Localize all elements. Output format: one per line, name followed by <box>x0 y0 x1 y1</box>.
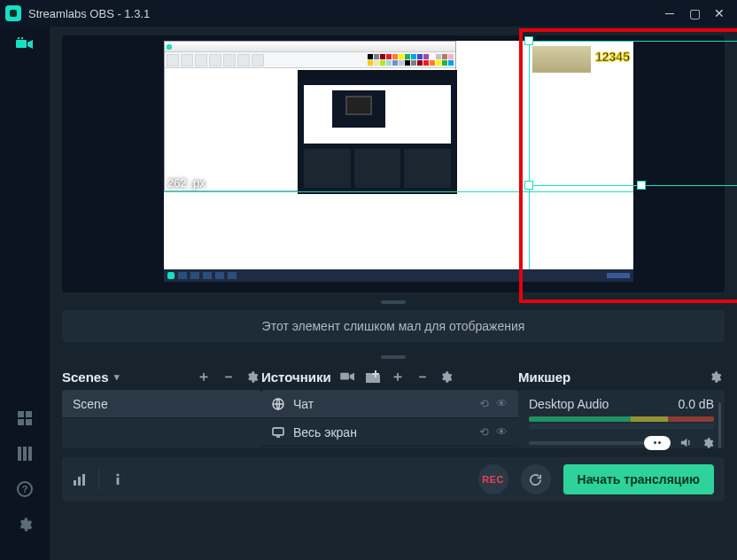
app-logo-icon <box>5 5 21 21</box>
sources-panel: Источники ＋ － <box>261 363 518 448</box>
svg-rect-7 <box>26 419 32 425</box>
record-button[interactable]: REC <box>478 464 508 494</box>
scenes-title: Scenes <box>62 369 109 385</box>
overlay-thumbnail <box>532 46 591 73</box>
chevron-down-icon[interactable]: ▾ <box>114 371 120 383</box>
source-row[interactable]: Чат ⟲👁 <box>261 390 518 418</box>
add-source-button[interactable]: ＋ <box>390 368 406 386</box>
svg-rect-8 <box>18 447 21 461</box>
taskbar-preview <box>164 269 633 282</box>
source-row[interactable]: Весь экран ⟲👁 <box>261 418 518 447</box>
go-live-button[interactable]: Начать трансляцию <box>563 464 714 494</box>
globe-icon <box>272 398 284 410</box>
info-banner: Этот элемент слишком мал для отображения <box>62 310 725 342</box>
svg-point-2 <box>18 37 19 39</box>
mixer-panel: Микшер Desktop Audio 0.0 dB <box>518 363 725 448</box>
bottom-bar: REC Начать трансляцию <box>62 457 725 502</box>
link-icon[interactable]: ⟲ <box>479 397 489 410</box>
window-title: Streamlabs OBS - 1.3.1 <box>28 7 150 20</box>
mixer-channel-db: 0.0 dB <box>679 397 714 411</box>
svg-rect-1 <box>16 40 27 48</box>
panel-resize-handle-2[interactable] <box>50 351 737 363</box>
svg-rect-19 <box>273 428 283 435</box>
help-icon[interactable]: ? <box>14 478 35 500</box>
mixer-title: Микшер <box>518 369 570 385</box>
svg-rect-9 <box>23 447 27 461</box>
titlebar: Streamlabs OBS - 1.3.1 ─ ▢ ✕ <box>0 0 737 27</box>
add-scene-button[interactable]: ＋ <box>196 368 212 386</box>
mixer-settings-button[interactable] <box>709 370 725 384</box>
svg-rect-17 <box>372 373 379 375</box>
scene-settings-button[interactable] <box>245 370 261 384</box>
editor-tab-icon[interactable] <box>14 34 35 55</box>
layouts-icon[interactable] <box>14 443 35 464</box>
studio-mode-icon[interactable] <box>340 370 356 383</box>
svg-rect-10 <box>28 447 32 461</box>
source-settings-button[interactable] <box>439 370 455 384</box>
audio-meter <box>529 416 714 422</box>
svg-point-23 <box>116 473 119 476</box>
dashboard-icon[interactable] <box>14 408 35 429</box>
app-window: Streamlabs OBS - 1.3.1 ─ ▢ ✕ ? <box>0 0 737 560</box>
svg-point-3 <box>21 37 23 39</box>
channel-settings-icon[interactable] <box>702 437 714 449</box>
svg-rect-6 <box>18 419 24 425</box>
overlay-text: 12345 <box>595 50 630 64</box>
nested-app-preview: 262 .px <box>164 41 456 191</box>
visibility-icon[interactable]: 👁 <box>496 397 508 410</box>
replay-buffer-button[interactable] <box>521 464 551 494</box>
settings-icon[interactable] <box>14 514 35 535</box>
panel-resize-handle[interactable] <box>50 296 737 308</box>
minimize-button[interactable]: ─ <box>657 1 682 26</box>
visibility-icon[interactable]: 👁 <box>496 425 508 439</box>
side-nav: ? <box>0 27 50 560</box>
svg-text:?: ? <box>22 484 28 494</box>
remove-scene-button[interactable]: － <box>221 368 237 386</box>
svg-rect-4 <box>18 411 24 417</box>
svg-rect-5 <box>26 411 32 417</box>
speaker-icon[interactable] <box>679 436 693 449</box>
scene-row[interactable]: Scene <box>62 390 261 418</box>
pixel-size-label: 262 .px <box>167 176 206 190</box>
mixer-channel-name: Desktop Audio <box>529 397 609 411</box>
scenes-panel: Scenes▾ ＋ － Scene <box>62 363 261 448</box>
svg-rect-21 <box>78 477 81 486</box>
audio-meter <box>529 424 714 429</box>
sources-title: Источники <box>261 369 331 385</box>
svg-rect-20 <box>74 480 76 486</box>
close-button[interactable]: ✕ <box>707 1 732 26</box>
preview-canvas[interactable]: 262 .px <box>62 35 725 292</box>
stats-icon[interactable] <box>73 473 86 486</box>
volume-slider[interactable] <box>529 441 671 445</box>
main-area: 262 .px <box>50 27 737 560</box>
svg-rect-24 <box>117 478 120 485</box>
monitor-icon <box>272 427 284 438</box>
add-folder-icon[interactable] <box>365 370 381 384</box>
svg-rect-22 <box>82 474 85 486</box>
link-icon[interactable]: ⟲ <box>479 425 489 439</box>
svg-rect-0 <box>10 10 17 17</box>
maximize-button[interactable]: ▢ <box>682 1 707 26</box>
svg-rect-13 <box>340 373 349 380</box>
remove-source-button[interactable]: － <box>415 368 431 386</box>
info-icon[interactable] <box>112 473 124 486</box>
scrollbar[interactable] <box>718 402 721 448</box>
